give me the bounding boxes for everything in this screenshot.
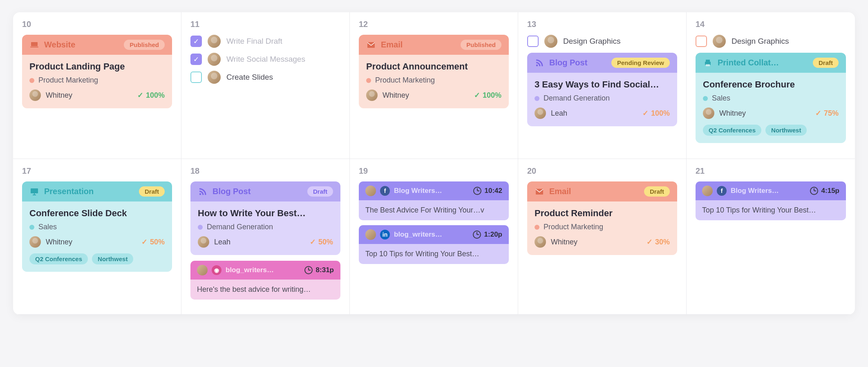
checkbox-checked[interactable]: ✓ [190,54,202,65]
content-card[interactable]: EmailDraftProduct ReminderProduct Market… [527,181,677,255]
avatar [703,107,714,119]
task-row[interactable]: Design Graphics [527,35,677,48]
day-cell[interactable]: 14Design GraphicsPrinted Collat…DraftCon… [687,12,855,159]
calendar-grid: 10WebsitePublishedProduct Landing PagePr… [13,12,855,315]
day-number: 14 [696,20,846,29]
card-type-label: Email [549,187,571,196]
content-card[interactable]: EmailPublishedProduct AnnouncementProduc… [359,35,509,108]
social-card-header: fBlog Writers…4:15p [696,181,846,200]
day-cell[interactable]: 11✓Write Final Draft✓Write Social Messag… [181,12,350,159]
avatar [535,236,546,248]
day-number: 11 [190,20,340,29]
task-row[interactable]: Design Graphics [696,35,846,48]
progress-indicator: ✓100% [474,91,501,100]
content-card[interactable]: Printed Collat…DraftConference BrochureS… [696,53,846,143]
card-header: PresentationDraft [22,181,172,201]
social-handle: blog_writers… [226,266,274,274]
card-category: Sales [38,223,57,231]
day-cell[interactable]: 13Design GraphicsBlog PostPending Review… [518,12,687,159]
check-icon: ✓ [137,91,143,100]
checkbox-unchecked[interactable] [190,72,202,83]
social-handle: Blog Writers… [394,187,442,195]
svg-rect-7 [31,188,38,193]
card-type-label: Website [44,40,75,49]
svg-rect-9 [536,189,543,195]
clock-icon [473,230,481,239]
card-category: Demand Generation [207,223,273,231]
social-card[interactable]: inblog_writers…1:20pTop 10 Tips for Writ… [359,225,509,264]
assignee-name: Whitney [383,91,409,100]
day-cell[interactable]: 21fBlog Writers…4:15pTop 10 Tips for Wri… [687,159,855,315]
social-body: The Best Advice For Writing Your…v [359,200,509,220]
checkbox-checked[interactable]: ✓ [190,36,202,47]
clock-icon [304,266,313,274]
avatar [198,236,209,248]
envelope-icon [535,187,544,197]
assignee-name: Whitney [46,238,72,246]
card-title: Product Reminder [535,208,670,219]
presentation-icon [29,187,39,197]
day-number: 20 [527,166,677,176]
assignee-name: Leah [551,109,567,118]
progress-indicator: ✓50% [310,237,333,246]
content-card[interactable]: WebsitePublishedProduct Landing PageProd… [22,35,172,108]
category-dot-icon [29,225,34,230]
category-dot-icon [703,96,708,101]
day-cell[interactable]: 18Blog PostDraftHow to Write Your Best…D… [181,159,350,315]
day-number: 21 [696,166,846,176]
scheduled-time: 4:15p [821,187,839,195]
check-icon: ✓ [647,237,653,246]
day-number: 12 [359,20,509,29]
task-row[interactable]: Create Slides [190,71,340,84]
category-dot-icon [198,225,203,230]
social-card-header: fBlog Writers…10:42 [359,181,509,200]
social-card[interactable]: fBlog Writers…4:15pTop 10 Tips for Writi… [696,181,846,220]
content-card[interactable]: Blog PostPending Review3 Easy Ways to Fi… [527,53,677,126]
content-card[interactable]: Blog PostDraftHow to Write Your Best…Dem… [190,181,340,255]
avatar [702,186,713,196]
social-card-header: inblog_writers…1:20p [359,225,509,244]
social-handle: Blog Writers… [731,187,779,195]
avatar [29,236,41,248]
tag[interactable]: Northwest [765,125,807,136]
day-number: 17 [22,166,172,176]
social-card[interactable]: fBlog Writers…10:42The Best Advice For W… [359,181,509,220]
status-pill: Draft [139,186,165,197]
avatar [365,186,376,196]
avatar [535,107,546,119]
day-cell[interactable]: 19fBlog Writers…10:42The Best Advice For… [350,159,518,315]
tags-row: Q2 ConferencesNorthwest [703,125,839,136]
progress-value: 50% [150,238,165,246]
envelope-icon [366,40,376,50]
avatar [208,71,221,84]
svg-point-8 [199,193,201,195]
avatar [29,90,41,101]
card-header: Printed Collat…Draft [696,53,846,73]
progress-value: 100% [483,91,501,100]
tags-row: Q2 ConferencesNorthwest [29,253,165,264]
tag[interactable]: Northwest [92,253,133,264]
card-header: Blog PostPending Review [527,53,677,73]
card-type-label: Blog Post [213,187,251,196]
tag[interactable]: Q2 Conferences [29,253,88,264]
day-cell[interactable]: 10WebsitePublishedProduct Landing PagePr… [13,12,181,159]
day-cell[interactable]: 17PresentationDraftConference Slide Deck… [13,159,181,315]
tag[interactable]: Q2 Conferences [703,125,761,136]
content-card[interactable]: PresentationDraftConference Slide DeckSa… [22,181,172,272]
card-type-label: Printed Collat… [718,58,779,67]
progress-indicator: ✓30% [647,237,670,246]
day-cell[interactable]: 20EmailDraftProduct ReminderProduct Mark… [518,159,687,315]
task-row[interactable]: ✓Write Social Messages [190,53,340,66]
svg-point-3 [536,64,538,66]
day-cell[interactable]: 12EmailPublishedProduct AnnouncementProd… [350,12,518,159]
status-pill: Pending Review [611,58,670,68]
card-category: Product Marketing [38,76,98,85]
card-category: Demand Generation [544,94,610,103]
checkbox-unchecked[interactable] [527,36,539,47]
checkbox-unchecked[interactable] [696,36,707,47]
social-card[interactable]: ◉blog_writers…8:31pHere's the best advic… [190,261,340,300]
facebook-icon: f [717,186,727,196]
card-title: How to Write Your Best… [198,208,333,219]
category-dot-icon [366,78,371,83]
task-row[interactable]: ✓Write Final Draft [190,35,340,48]
